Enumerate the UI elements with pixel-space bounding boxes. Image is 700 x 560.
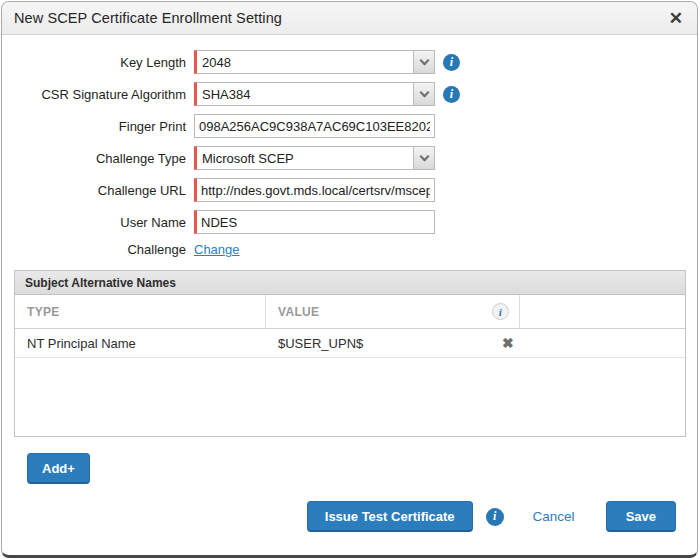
- dialog-title: New SCEP Certificate Enrollment Setting: [14, 10, 282, 26]
- fingerprint-input[interactable]: [194, 114, 435, 138]
- scep-enrollment-dialog: New SCEP Certificate Enrollment Setting …: [1, 1, 698, 558]
- delete-row-icon[interactable]: ✖: [502, 335, 514, 351]
- form-area: Key Length 2048 i CSR Signature Algorith…: [2, 35, 697, 257]
- save-button[interactable]: Save: [606, 501, 676, 532]
- form-row-challenge-url: Challenge URL: [2, 178, 697, 202]
- san-row-value: $USER_UPN$: [266, 336, 520, 351]
- close-icon[interactable]: ✕: [669, 10, 683, 27]
- fingerprint-label: Finger Print: [2, 119, 186, 134]
- key-length-select[interactable]: 2048: [194, 50, 435, 74]
- san-table-empty-area: [15, 358, 685, 436]
- challenge-url-label: Challenge URL: [2, 183, 186, 198]
- challenge-url-input[interactable]: [194, 178, 435, 202]
- key-length-info-icon[interactable]: i: [443, 54, 460, 71]
- dialog-titlebar: New SCEP Certificate Enrollment Setting …: [2, 2, 697, 35]
- san-table-title: Subject Alternative Names: [15, 271, 685, 295]
- csr-algorithm-info-icon[interactable]: i: [443, 86, 460, 103]
- issue-test-info-icon[interactable]: i: [486, 508, 504, 526]
- add-button[interactable]: Add+: [27, 453, 90, 484]
- cancel-button[interactable]: Cancel: [533, 509, 575, 524]
- chevron-down-icon: [413, 147, 434, 169]
- san-table-column-header: TYPE VALUE i: [15, 295, 685, 329]
- form-row-challenge: Challenge Change: [2, 242, 697, 257]
- challenge-change-link[interactable]: Change: [194, 242, 240, 257]
- challenge-label: Challenge: [2, 242, 186, 257]
- column-header-type: TYPE: [15, 295, 266, 328]
- value-column-info-icon[interactable]: i: [492, 303, 509, 320]
- key-length-value: 2048: [197, 55, 413, 70]
- user-name-input[interactable]: [194, 210, 435, 234]
- challenge-type-select[interactable]: Microsoft SCEP: [194, 146, 435, 170]
- challenge-type-value: Microsoft SCEP: [197, 151, 413, 166]
- csr-algorithm-value: SHA384: [197, 87, 413, 102]
- table-row: NT Principal Name $USER_UPN$ ✖: [15, 329, 685, 358]
- form-row-key-length: Key Length 2048 i: [2, 50, 697, 74]
- form-row-user-name: User Name: [2, 210, 697, 234]
- san-row-type: NT Principal Name: [15, 336, 266, 351]
- form-row-csr-algorithm: CSR Signature Algorithm SHA384 i: [2, 82, 697, 106]
- dialog-footer: Issue Test Certificate i Cancel Save: [2, 501, 676, 532]
- subject-alternative-names-table: Subject Alternative Names TYPE VALUE i N…: [14, 270, 686, 437]
- form-row-challenge-type: Challenge Type Microsoft SCEP: [2, 146, 697, 170]
- chevron-down-icon: [413, 83, 434, 105]
- san-row-actions: ✖: [520, 335, 685, 351]
- challenge-type-label: Challenge Type: [2, 151, 186, 166]
- form-row-fingerprint: Finger Print: [2, 114, 697, 138]
- csr-algorithm-label: CSR Signature Algorithm: [2, 87, 186, 102]
- column-header-value: VALUE i: [266, 295, 520, 328]
- key-length-label: Key Length: [2, 55, 186, 70]
- column-header-value-label: VALUE: [278, 305, 319, 319]
- csr-algorithm-select[interactable]: SHA384: [194, 82, 435, 106]
- issue-test-certificate-button[interactable]: Issue Test Certificate: [307, 501, 473, 532]
- column-header-actions: [520, 295, 685, 328]
- user-name-label: User Name: [2, 215, 186, 230]
- chevron-down-icon: [413, 51, 434, 73]
